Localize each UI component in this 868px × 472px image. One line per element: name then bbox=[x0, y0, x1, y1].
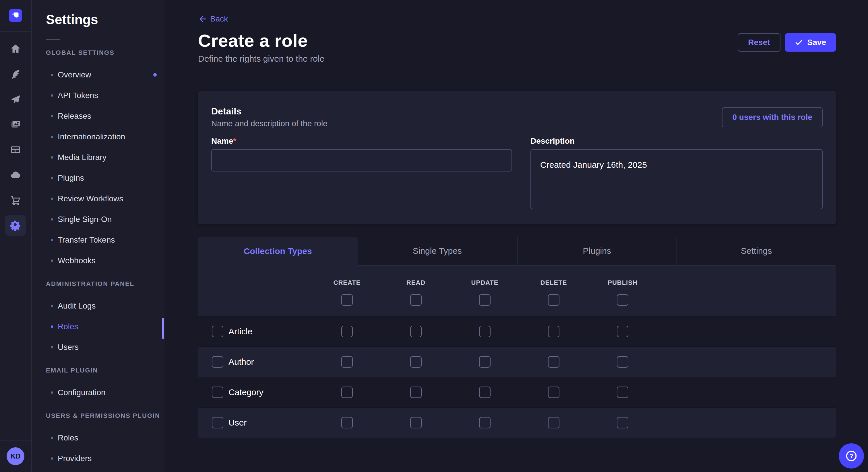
row-select-checkbox[interactable] bbox=[212, 417, 223, 429]
nav-media-library[interactable] bbox=[0, 112, 31, 137]
shopping-cart-icon bbox=[9, 194, 22, 206]
author-publish-checkbox[interactable] bbox=[617, 356, 628, 368]
bullet bbox=[51, 198, 53, 200]
bullet bbox=[51, 94, 53, 97]
tab-plugins[interactable]: Plugins bbox=[517, 237, 677, 266]
author-delete-checkbox[interactable] bbox=[548, 356, 559, 368]
user-update-checkbox[interactable] bbox=[479, 417, 491, 429]
category-update-checkbox[interactable] bbox=[479, 386, 491, 398]
nav-cloud[interactable] bbox=[0, 162, 31, 188]
select-all-delete-checkbox[interactable] bbox=[548, 294, 559, 306]
subnav-item-single-sign-on[interactable]: Single Sign-On bbox=[32, 209, 165, 230]
details-card-title: Details bbox=[211, 106, 328, 116]
bullet bbox=[51, 458, 53, 460]
category-delete-checkbox[interactable] bbox=[548, 386, 559, 398]
user-create-checkbox[interactable] bbox=[341, 417, 353, 429]
article-update-checkbox[interactable] bbox=[479, 326, 491, 337]
subnav-divider bbox=[46, 39, 60, 40]
category-read-checkbox[interactable] bbox=[410, 386, 422, 398]
bullet bbox=[51, 392, 53, 394]
row-select-checkbox[interactable] bbox=[212, 386, 223, 398]
row-select-checkbox[interactable] bbox=[212, 326, 223, 337]
reset-button[interactable]: Reset bbox=[738, 33, 780, 52]
section-label: GLOBAL SETTINGS bbox=[46, 49, 165, 57]
article-delete-checkbox[interactable] bbox=[548, 326, 559, 337]
subnav-item-internationalization[interactable]: Internationalization bbox=[32, 127, 165, 147]
nav-content-manager[interactable] bbox=[0, 61, 31, 87]
subnav-item-overview[interactable]: Overview bbox=[32, 65, 165, 85]
section-label: ADMINISTRATION PANEL bbox=[46, 280, 165, 288]
subnav-item-configuration[interactable]: Configuration bbox=[32, 382, 165, 403]
user-avatar[interactable]: KD bbox=[7, 447, 24, 465]
article-create-checkbox[interactable] bbox=[341, 326, 353, 337]
subnav-item-webhooks[interactable]: Webhooks bbox=[32, 250, 165, 271]
user-read-checkbox[interactable] bbox=[410, 417, 422, 429]
row-select-checkbox[interactable] bbox=[212, 356, 223, 368]
nav-settings[interactable] bbox=[0, 213, 31, 238]
nav-releases[interactable] bbox=[0, 87, 31, 112]
user-delete-checkbox[interactable] bbox=[548, 417, 559, 429]
section-users-permissions-plugin: USERS & PERMISSIONS PLUGIN Roles Provide… bbox=[32, 412, 165, 469]
gear-icon bbox=[9, 220, 22, 231]
tab-settings[interactable]: Settings bbox=[677, 237, 836, 266]
bullet bbox=[51, 74, 53, 76]
back-link[interactable]: Back bbox=[198, 14, 228, 24]
notification-dot bbox=[153, 73, 157, 76]
subnav-item-audit-logs[interactable]: Audit Logs bbox=[32, 296, 165, 316]
bullet bbox=[51, 115, 53, 117]
nav-layout[interactable] bbox=[0, 137, 31, 162]
table-row-user: User bbox=[198, 407, 836, 438]
subnav-item-users[interactable]: Users bbox=[32, 337, 165, 358]
subnav-scrollbar-thumb[interactable] bbox=[162, 318, 164, 339]
row-label: Author bbox=[228, 357, 254, 367]
strapi-logo[interactable] bbox=[9, 9, 22, 22]
select-all-create-checkbox[interactable] bbox=[341, 294, 353, 306]
category-create-checkbox[interactable] bbox=[341, 386, 353, 398]
bullet bbox=[51, 136, 53, 138]
user-publish-checkbox[interactable] bbox=[617, 417, 628, 429]
description-textarea[interactable]: Created January 16th, 2025 bbox=[530, 149, 823, 209]
subnav-item-releases[interactable]: Releases bbox=[32, 106, 165, 127]
description-field-label: Description bbox=[530, 136, 823, 146]
category-publish-checkbox[interactable] bbox=[617, 386, 628, 398]
users-with-role-button[interactable]: 0 users with this role bbox=[722, 107, 823, 127]
column-header-delete: DELETE bbox=[540, 279, 567, 287]
section-label: USERS & PERMISSIONS PLUGIN bbox=[46, 412, 165, 419]
subnav-item-api-tokens[interactable]: API Tokens bbox=[32, 85, 165, 106]
bullet bbox=[51, 218, 53, 221]
back-arrow-icon bbox=[198, 15, 206, 23]
help-button[interactable]: ? bbox=[839, 443, 864, 469]
subnav-item-roles-active[interactable]: Roles bbox=[32, 316, 165, 337]
cloud-icon bbox=[9, 169, 22, 181]
article-publish-checkbox[interactable] bbox=[617, 326, 628, 337]
select-all-publish-checkbox[interactable] bbox=[617, 294, 628, 306]
column-header-create: CREATE bbox=[334, 279, 361, 287]
subnav-item-up-roles[interactable]: Roles bbox=[32, 428, 165, 448]
row-label: Article bbox=[228, 327, 252, 336]
subnav-item-transfer-tokens[interactable]: Transfer Tokens bbox=[32, 230, 165, 250]
select-all-read-checkbox[interactable] bbox=[410, 294, 422, 306]
bullet bbox=[51, 305, 53, 307]
author-update-checkbox[interactable] bbox=[479, 356, 491, 368]
column-header-update: UPDATE bbox=[471, 279, 499, 287]
subnav-item-plugins[interactable]: Plugins bbox=[32, 168, 165, 189]
nav-marketplace[interactable] bbox=[0, 188, 31, 213]
row-label: Category bbox=[228, 387, 264, 397]
strapi-logo-icon bbox=[9, 9, 22, 22]
subnav-item-providers[interactable]: Providers bbox=[32, 448, 165, 469]
paper-plane-icon bbox=[9, 93, 22, 105]
permission-tabs: Collection Types Single Types Plugins Se… bbox=[198, 237, 836, 266]
author-create-checkbox[interactable] bbox=[341, 356, 353, 368]
tab-collection-types[interactable]: Collection Types bbox=[198, 237, 358, 266]
author-read-checkbox[interactable] bbox=[410, 356, 422, 368]
subnav-title: Settings bbox=[46, 12, 165, 27]
subnav-item-media-library[interactable]: Media Library bbox=[32, 147, 165, 168]
nav-home[interactable] bbox=[0, 36, 31, 61]
save-button[interactable]: Save bbox=[785, 33, 836, 52]
article-read-checkbox[interactable] bbox=[410, 326, 422, 337]
select-all-update-checkbox[interactable] bbox=[479, 294, 491, 306]
tab-single-types[interactable]: Single Types bbox=[358, 237, 517, 266]
name-input[interactable] bbox=[211, 149, 512, 171]
layout-icon bbox=[9, 144, 22, 156]
subnav-item-review-workflows[interactable]: Review Workflows bbox=[32, 189, 165, 209]
